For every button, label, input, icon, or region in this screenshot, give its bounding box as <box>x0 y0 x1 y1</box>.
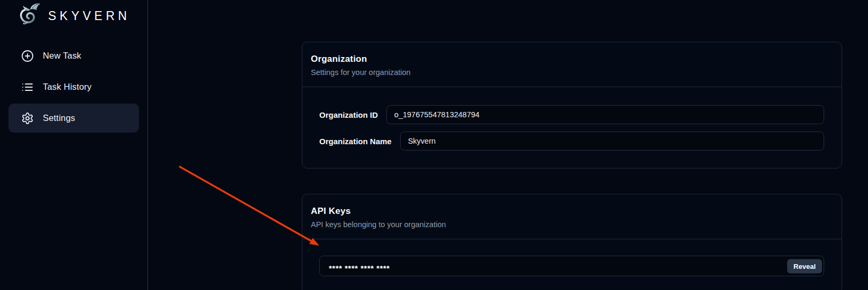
sidebar-item-settings[interactable]: Settings <box>8 104 139 133</box>
card-title: API Keys <box>311 205 833 218</box>
api-key-masked-input[interactable] <box>319 256 824 276</box>
card-subtitle: Settings for your organization <box>311 67 833 78</box>
organization-id-label: Organization ID <box>319 110 378 119</box>
brand: SKYVERN <box>16 2 130 30</box>
sidebar-item-new-task[interactable]: New Task <box>8 41 139 70</box>
sidebar-nav: New Task Task History Settings <box>0 41 147 133</box>
brand-wordmark: SKYVERN <box>48 9 130 23</box>
skyvern-dragon-logo-icon <box>16 2 43 30</box>
sidebar-item-task-history[interactable]: Task History <box>8 72 139 101</box>
sidebar-item-label: New Task <box>43 51 81 61</box>
organization-card-body: Organization ID Organization Name <box>302 87 842 168</box>
organization-name-label: Organization Name <box>319 137 392 146</box>
organization-card-header: Organization Settings for your organizat… <box>302 42 842 87</box>
list-icon <box>21 81 34 93</box>
organization-name-input[interactable] <box>400 132 824 151</box>
sidebar: SKYVERN New Task Task History <box>0 0 148 290</box>
gear-icon <box>21 112 34 125</box>
card-subtitle: API keys belonging to your organization <box>311 219 833 230</box>
main-content: Organization Settings for your organizat… <box>302 42 842 290</box>
api-keys-card: API Keys API keys belonging to your orga… <box>302 194 842 290</box>
organization-id-input[interactable] <box>386 105 824 124</box>
sidebar-item-label: Task History <box>43 82 91 92</box>
api-key-row: Reveal <box>319 256 824 276</box>
api-keys-card-header: API Keys API keys belonging to your orga… <box>302 194 842 239</box>
plus-circle-icon <box>21 50 34 62</box>
organization-id-row: Organization ID <box>319 105 824 124</box>
organization-name-row: Organization Name <box>319 132 824 151</box>
sidebar-item-label: Settings <box>43 113 75 123</box>
reveal-button[interactable]: Reveal <box>787 259 822 273</box>
card-title: Organization <box>311 53 833 66</box>
organization-card: Organization Settings for your organizat… <box>302 42 842 169</box>
api-keys-card-body: Reveal <box>302 239 842 290</box>
